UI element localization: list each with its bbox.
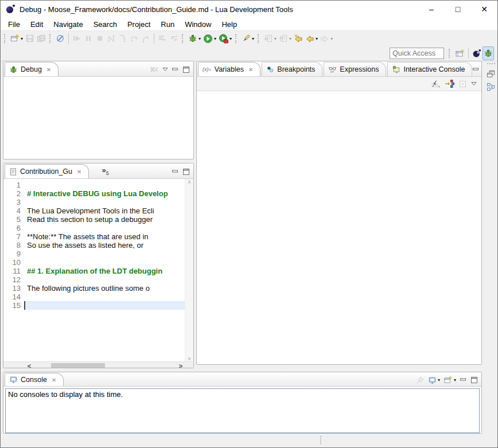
maximize-window-button[interactable]: □ — [445, 1, 471, 18]
menu-help[interactable]: Help — [216, 19, 242, 30]
external-tools-button[interactable]: ▾ — [217, 32, 233, 45]
scroll-up-icon[interactable]: ∧ — [188, 179, 192, 185]
editor-line[interactable]: 1 — [3, 181, 185, 189]
editor-line[interactable]: 2# Interactive DEBUG using Lua Develop — [3, 189, 185, 198]
editor-line[interactable]: 9 — [3, 250, 185, 258]
menu-run[interactable]: Run — [155, 19, 180, 30]
terminate-button[interactable] — [94, 32, 106, 45]
debug-view-content[interactable] — [3, 77, 193, 159]
step-return-button[interactable] — [140, 32, 151, 45]
use-step-filters-button[interactable] — [157, 32, 168, 45]
step-over-button[interactable] — [129, 32, 140, 45]
skip-all-breakpoints-button[interactable] — [55, 32, 66, 45]
variables-content[interactable] — [197, 91, 481, 365]
previous-annotation-dropdown[interactable]: ▾ — [289, 36, 291, 41]
status-bar-drag-handle[interactable] — [320, 436, 321, 444]
debug-dropdown[interactable]: ▾ — [199, 36, 201, 41]
editor-line[interactable]: 12 — [3, 275, 185, 284]
display-console-dropdown[interactable]: ▾ — [438, 377, 440, 383]
close-window-button[interactable]: ✕ — [471, 1, 497, 18]
variables-view-menu-button[interactable] — [471, 81, 477, 86]
menu-edit[interactable]: Edit — [25, 19, 48, 30]
hscroll-track[interactable] — [34, 363, 176, 368]
hscroll-thumb[interactable] — [51, 363, 105, 368]
tab-console[interactable]: Console ✕ — [5, 373, 64, 386]
tab-interactive-console[interactable]: Interactive Console — [387, 62, 472, 76]
step-into-button[interactable] — [117, 32, 129, 45]
outline-view-button[interactable] — [487, 83, 495, 91]
editor-line[interactable]: 10 — [3, 258, 185, 267]
editor-line[interactable]: 6 — [3, 224, 185, 232]
close-variables-tab-icon[interactable]: ✕ — [248, 67, 253, 73]
tab-expressions[interactable]: x= Expressions — [324, 62, 386, 76]
editor-line[interactable]: 8So use the assets as listed here, or — [3, 241, 185, 250]
editor-text-region[interactable]: 12# Interactive DEBUG using Lua Develop3… — [3, 179, 185, 361]
save-button[interactable] — [24, 32, 36, 45]
debug-perspective-button[interactable] — [483, 46, 494, 60]
editor-line[interactable]: 13The following pictures outline some o — [3, 284, 185, 293]
debug-view-menu-button[interactable] — [162, 67, 168, 72]
hidden-editors-chevron[interactable]: »5 — [102, 166, 108, 178]
menu-file[interactable]: File — [3, 19, 25, 30]
pin-console-button[interactable] — [416, 376, 425, 384]
new-wizard-button[interactable]: ▾ — [9, 32, 24, 45]
close-editor-tab-icon[interactable]: ✕ — [77, 169, 81, 175]
scroll-down-icon[interactable]: ∨ — [188, 356, 192, 361]
new-wizard-dropdown[interactable]: ▾ — [21, 36, 23, 41]
menu-search[interactable]: Search — [88, 19, 122, 30]
previous-annotation-button[interactable]: ▾ — [278, 32, 293, 45]
editor-line[interactable]: 5Read this section to setup a debugger — [3, 215, 185, 224]
open-console-dropdown[interactable]: ▾ — [454, 377, 456, 383]
quick-access-input[interactable] — [390, 48, 444, 59]
suspend-button[interactable] — [83, 32, 94, 45]
editor-horizontal-scrollbar[interactable]: < > — [3, 361, 193, 368]
step-filters-config-button[interactable] — [168, 32, 180, 45]
run-button[interactable]: ▾ — [202, 32, 217, 45]
editor-line[interactable]: 3 — [3, 198, 185, 207]
editor-line[interactable]: 4The Lua Development Tools in the Ecli — [3, 207, 185, 215]
collapse-all-button[interactable] — [458, 80, 467, 88]
editor-vertical-scrollbar[interactable]: ∧ ∨ — [185, 179, 193, 361]
console-content[interactable]: No consoles to display at this time. — [5, 388, 480, 433]
minimize-window-button[interactable]: – — [418, 1, 445, 18]
editor-lines[interactable]: 12# Interactive DEBUG using Lua Develop3… — [3, 179, 185, 361]
resume-button[interactable] — [71, 32, 83, 45]
strip-drag-handle[interactable] — [487, 63, 495, 65]
forward-button[interactable]: ▾ — [319, 32, 334, 45]
minimize-debug-view-button[interactable] — [172, 66, 179, 73]
last-edit-location-button[interactable] — [293, 32, 304, 45]
tab-breakpoints[interactable]: Breakpoints — [262, 62, 322, 76]
maximize-console-button[interactable] — [470, 376, 478, 384]
toolbar-drag-handle[interactable] — [258, 34, 260, 43]
tab-variables[interactable]: (x)= Variables ✕ — [198, 62, 260, 76]
minimize-variables-view-button[interactable] — [472, 66, 480, 73]
highlighter-button[interactable]: ▾ — [240, 32, 255, 45]
minimize-console-button[interactable] — [460, 376, 467, 384]
open-perspective-button[interactable] — [454, 47, 466, 60]
next-annotation-dropdown[interactable]: ▾ — [274, 36, 277, 41]
run-dropdown[interactable]: ▾ — [214, 36, 216, 41]
editor-line[interactable]: 7**Note:** The assets that are used in — [3, 232, 185, 241]
lua-perspective-button[interactable] — [471, 47, 483, 60]
close-console-tab-icon[interactable]: ✕ — [52, 377, 56, 383]
minimize-editor-button[interactable] — [172, 168, 179, 176]
menu-project[interactable]: Project — [122, 19, 155, 30]
toolbar-drag-handle[interactable] — [182, 34, 185, 43]
back-button[interactable]: ▾ — [304, 32, 319, 45]
display-selected-console-button[interactable]: ▾ — [428, 376, 440, 384]
disconnect-button[interactable] — [106, 32, 117, 45]
show-logical-structure-button[interactable] — [445, 79, 454, 88]
maximize-editor-button[interactable] — [182, 168, 190, 176]
debug-button[interactable]: ▾ — [187, 32, 202, 45]
tab-contribution-guide[interactable]: Contribution_Gu ✕ — [5, 164, 89, 178]
remove-all-terminated-button[interactable] — [150, 65, 159, 73]
toolbar-drag-handle[interactable] — [235, 34, 238, 43]
tab-debug[interactable]: Debug ✕ — [5, 62, 59, 76]
open-console-button[interactable]: ▾ — [443, 376, 456, 384]
next-annotation-button[interactable]: ▾ — [263, 32, 278, 45]
close-debug-tab-icon[interactable]: ✕ — [46, 67, 51, 73]
menu-navigate[interactable]: Navigate — [48, 19, 88, 30]
scroll-right-icon[interactable]: > — [176, 363, 185, 368]
restore-view-button[interactable] — [487, 70, 495, 78]
back-dropdown[interactable]: ▾ — [316, 36, 318, 41]
